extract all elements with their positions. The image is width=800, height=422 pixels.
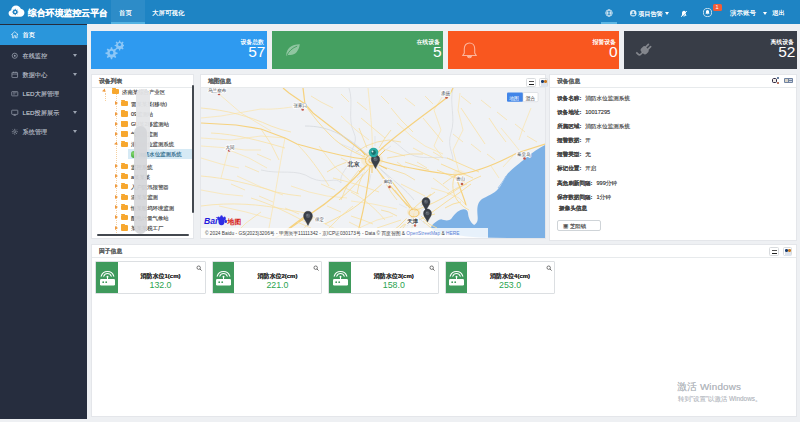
- svg-text:北京: 北京: [347, 160, 361, 168]
- svg-text:Bai: Bai: [204, 216, 218, 226]
- svg-text:混合: 混合: [525, 94, 535, 101]
- svg-text:地图: 地图: [508, 95, 519, 100]
- svg-text:天津: 天津: [406, 217, 419, 224]
- svg-text:大同: 大同: [226, 144, 235, 149]
- svg-text:地图: 地图: [227, 218, 242, 226]
- svg-text:© 2024 Baidu - GS(2023)3206号 -: © 2024 Baidu - GS(2023)3206号 - 甲测资字11111…: [205, 230, 459, 237]
- svg-text:秦皇岛: 秦皇岛: [517, 152, 531, 157]
